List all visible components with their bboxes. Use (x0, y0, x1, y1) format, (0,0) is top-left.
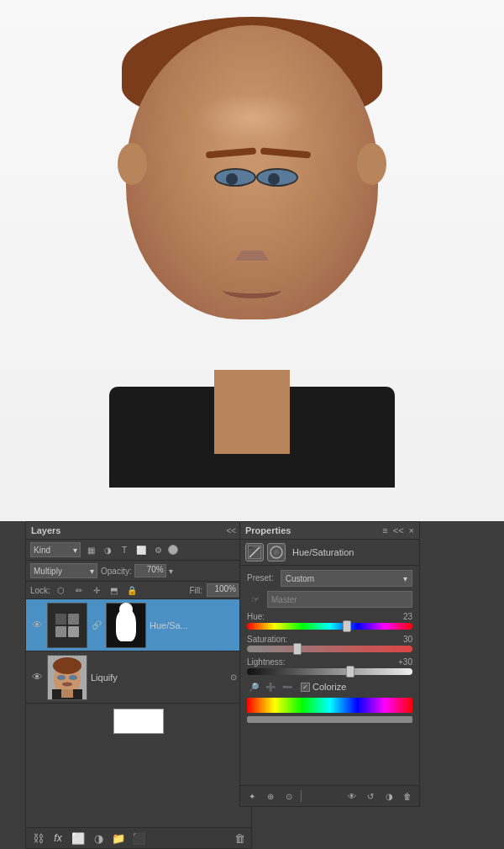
saturation-slider-track[interactable] (247, 646, 412, 652)
colorize-row: 🔎 ➕ ➖ ✓ Colorize (247, 680, 412, 693)
head (126, 25, 378, 319)
opacity-row: Opacity: 70% ▾ (101, 564, 173, 577)
lock-row: Lock: ⬡ ✏ ✛ ⬒ 🔒 Fill: 100% ▾ (26, 582, 251, 599)
lightness-slider-track[interactable] (247, 668, 412, 675)
white-box (113, 709, 164, 734)
curves-svg (248, 546, 261, 559)
lock-artboard-icon[interactable]: ⬒ (108, 583, 121, 597)
prop-sample-once-icon[interactable]: ⊙ (282, 789, 296, 803)
fill-input[interactable]: 100% (207, 583, 239, 597)
layers-kind-toolbar: Kind ▾ ▦ ◑ T ⬜ ⚙ (26, 540, 251, 561)
saturation-label-row: Saturation: 30 (247, 635, 412, 644)
lightness-label-row: Lightness: +30 (247, 657, 412, 667)
preset-dropdown[interactable]: Custom ▾ (281, 570, 412, 587)
add-mask-icon[interactable]: ⬜ (71, 831, 85, 845)
channel-input[interactable]: Master (267, 591, 412, 608)
layer-thumb-liquify (47, 655, 87, 700)
colorize-checkbox[interactable]: ✓ (301, 683, 310, 692)
layer-name-hue: Hue/Sa... (150, 620, 247, 630)
prop-mask-icon[interactable]: ◑ (382, 789, 396, 803)
filter-circle-icon[interactable] (168, 545, 178, 555)
adjustment-title: Hue/Saturation (292, 547, 354, 557)
svg-point-9 (57, 675, 66, 680)
layer-item-hue-saturation[interactable]: 👁 🔗 Hue/Sa... (26, 599, 251, 651)
link-layers-icon[interactable]: ⛓ (31, 831, 45, 845)
preset-arrow-icon: ▾ (403, 574, 407, 583)
add-group-icon[interactable]: 📁 (112, 831, 125, 845)
hue-label-row: Hue: 23 (247, 612, 412, 621)
add-frame-icon[interactable]: ⬛ (132, 831, 145, 845)
svg-point-6 (53, 657, 81, 674)
hue-slider-row: Hue: 23 (247, 612, 412, 630)
kind-label: Kind (34, 546, 50, 555)
properties-panel-header: Properties ≡ << × (240, 522, 419, 540)
neck (214, 370, 290, 454)
prop-sample-all-icon[interactable]: ⊕ (264, 789, 277, 803)
add-color-icon[interactable]: ➕ (264, 680, 277, 693)
prop-delete-icon[interactable]: 🗑 (401, 789, 414, 803)
hue-slider-track[interactable] (247, 623, 412, 630)
prop-sample-icon[interactable]: ✦ (245, 789, 259, 803)
delete-layer-icon[interactable]: 🗑 (233, 831, 246, 845)
layer-item-liquify[interactable]: 👁 Liquify ⊙ (26, 651, 251, 704)
hue-slider-thumb[interactable] (343, 620, 351, 632)
layers-collapse-icon[interactable]: << (226, 526, 236, 535)
blend-mode-dropdown[interactable]: Multiply ▾ (30, 563, 97, 578)
layer-link-icon[interactable]: 🔗 (91, 620, 102, 631)
filter-smart-icon[interactable]: ⚙ (151, 543, 165, 556)
opacity-input[interactable]: 70% (134, 564, 166, 577)
svg-point-15 (274, 550, 279, 555)
layer-name-liquify: Liquify (91, 672, 227, 683)
properties-collapse-icon[interactable]: << (393, 525, 404, 535)
layers-panel-title: Layers (31, 525, 60, 535)
visibility-icon-hue[interactable]: 👁 (30, 619, 44, 632)
svg-rect-0 (55, 614, 66, 625)
lock-brush-icon[interactable]: ✏ (72, 583, 86, 597)
lock-all-icon[interactable]: 🔒 (125, 583, 139, 597)
hue-sat-type-icon[interactable] (267, 543, 286, 562)
fill-value: 100% (214, 584, 236, 593)
add-adjustment-icon[interactable]: ◑ (92, 831, 105, 845)
svg-rect-2 (55, 626, 66, 637)
colorize-checkbox-row: ✓ Colorize (301, 682, 346, 692)
nose (235, 210, 269, 261)
curves-icon[interactable] (245, 543, 264, 562)
lightness-slider-thumb[interactable] (346, 666, 354, 678)
channel-label: Master (271, 595, 297, 604)
prop-visibility-icon[interactable]: 👁 (345, 789, 359, 803)
liquify-thumb-icon (48, 656, 87, 699)
layers-panel: Layers << × Kind ▾ ▦ ◑ T ⬜ ⚙ Multiply ▾ (25, 521, 252, 849)
filter-type-icon[interactable]: T (118, 543, 131, 556)
opacity-arrow-icon[interactable]: ▾ (169, 567, 173, 576)
blend-mode-arrow-icon: ▾ (90, 567, 94, 576)
preset-label: Preset: (247, 573, 274, 583)
subtract-color-icon[interactable]: ➖ (281, 680, 294, 693)
properties-footer: ✦ ⊕ ⊙ 👁 ↺ ◑ 🗑 (240, 785, 419, 806)
hue-sat-svg (270, 546, 283, 559)
opacity-label: Opacity: (101, 567, 132, 576)
filter-adjust-icon[interactable]: ◑ (101, 543, 114, 556)
left-ear (118, 143, 147, 185)
kind-dropdown[interactable]: Kind ▾ (30, 542, 81, 557)
properties-menu-icon[interactable]: ≡ (382, 525, 387, 535)
svg-rect-8 (61, 689, 73, 698)
filter-shape-icon[interactable]: ⬜ (134, 543, 148, 556)
panels-area: Layers << × Kind ▾ ▦ ◑ T ⬜ ⚙ Multiply ▾ (0, 521, 504, 849)
channel-row: ☞ Master (247, 591, 412, 608)
lightness-slider-row: Lightness: +30 (247, 657, 412, 675)
saturation-slider-row: Saturation: 30 (247, 635, 412, 652)
prop-reset-icon[interactable]: ↺ (364, 789, 377, 803)
lock-transparent-icon[interactable]: ⬡ (55, 583, 68, 597)
layers-blend-toolbar: Multiply ▾ Opacity: 70% ▾ (26, 561, 251, 582)
visibility-icon-liquify[interactable]: 👁 (30, 671, 44, 684)
lock-move-icon[interactable]: ✛ (90, 583, 103, 597)
filter-pixel-icon[interactable]: ▦ (84, 543, 97, 556)
eyedropper-icon[interactable]: 🔎 (247, 680, 260, 693)
svg-rect-1 (68, 614, 79, 625)
hand-tool-icon[interactable]: ☞ (247, 591, 264, 608)
lightness-value: +30 (398, 657, 412, 667)
fx-icon[interactable]: fx (51, 831, 65, 845)
properties-panel: Properties ≡ << × Hue (239, 521, 420, 807)
properties-close-icon[interactable]: × (409, 525, 414, 535)
saturation-slider-thumb[interactable] (293, 643, 302, 655)
